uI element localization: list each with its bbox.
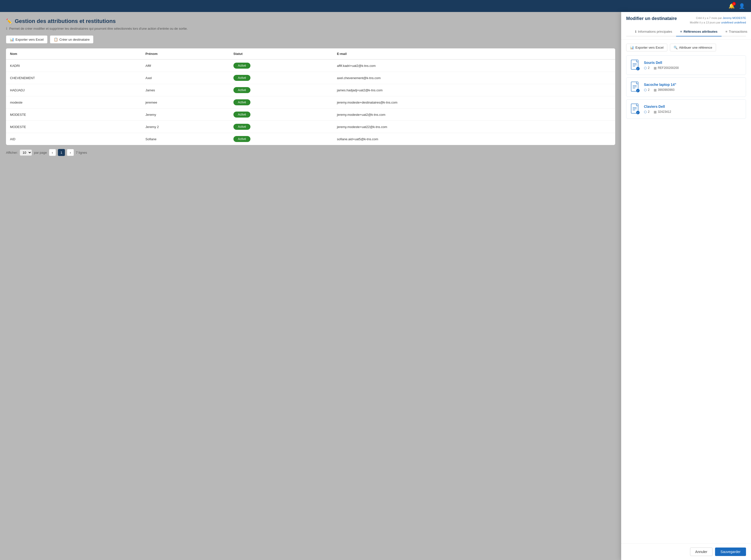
search-icon: 🔍 [674, 46, 678, 49]
cell-prenom: James [142, 84, 230, 96]
page-title-row: ✏️ Gestion des attributions et restituti… [6, 18, 615, 24]
drawer-tabs: ℹ Informations principales ≡ Références … [626, 27, 746, 36]
next-page-button[interactable]: › [67, 149, 74, 156]
table-header-row: Nom Prénom Statut E-mail [6, 48, 615, 59]
status-badge: Activé [234, 87, 251, 93]
cell-email: axel.chevenement@k-tns.com [333, 72, 615, 84]
created-label: Créé il y a 7 mois par [696, 17, 722, 19]
tab-transactions-label: Transactions [729, 30, 747, 34]
modified-by-link[interactable]: undefined undefined [721, 21, 746, 24]
recipients-table: Nom Prénom Statut E-mail KADRI Affif Act… [6, 48, 615, 145]
ref-card-details: ⬡ 2 ▦ REF200200200 [644, 66, 742, 70]
ref-card[interactable]: ✓ Sacoche laptop 14" ⬡ 2 ▦ 3993993993 [626, 77, 746, 97]
modified-label: Modifié il y a 13 jours par [690, 21, 720, 24]
col-statut: Statut [230, 48, 333, 59]
drawer-title-row: Modifier un destinataire Créé il y a 7 m… [626, 16, 746, 25]
tab-references[interactable]: ≡ Références attribuées [676, 27, 721, 36]
cell-prenom: jeremee [142, 96, 230, 108]
drawer-content: 📊 Exporter vers Excel 🔍 Attribuer une ré… [621, 40, 751, 543]
drawer-header: Modifier un destinataire Créé il y a 7 m… [621, 12, 751, 40]
info-icon: ℹ [6, 26, 7, 31]
cell-email: jeremy.modeste+uat22@k-tns.com [333, 121, 615, 133]
save-button[interactable]: Sauvegarder [715, 547, 746, 556]
ref-card-icon: ✓ [630, 59, 640, 71]
cell-nom: MODESTE [6, 121, 142, 133]
drawer-export-excel-button[interactable]: 📊 Exporter vers Excel [626, 44, 667, 52]
ref-card-icon: ✓ [630, 103, 640, 115]
status-badge: Activé [234, 112, 251, 118]
cell-nom: KADRI [6, 59, 142, 72]
ref-code: ▦ 32423412 [654, 110, 671, 114]
assign-reference-button[interactable]: 🔍 Attribuer une référence [670, 44, 716, 52]
drawer-excel-icon: 📊 [630, 46, 634, 49]
create-recipient-button[interactable]: 📋 Créer un destinataire [50, 36, 93, 43]
cell-prenom: Axel [142, 72, 230, 84]
prev-page-button[interactable]: ‹ [49, 149, 56, 156]
per-page-select[interactable]: 10 25 50 [20, 149, 32, 156]
cell-nom: HADJADJ [6, 84, 142, 96]
ref-code: ▦ 3993993993 [654, 88, 675, 92]
drawer-footer: Annuler Sauvegarder [621, 543, 751, 560]
show-label: Afficher: [6, 151, 18, 155]
create-label: Créer un destinataire [59, 38, 90, 41]
cell-prenom: Affif [142, 59, 230, 72]
table-row[interactable]: KADRI Affif Activé affif.kadri+uat2@k-tn… [6, 59, 615, 72]
status-badge: Activé [234, 136, 251, 142]
pagination: Afficher: 10 25 50 par page ‹ 1 › 7 lign… [6, 145, 615, 156]
svg-text:✓: ✓ [637, 112, 639, 114]
ref-card[interactable]: ✓ Claviers Dell ⬡ 2 ▦ 32423412 [626, 99, 746, 119]
export-excel-button[interactable]: 📊 Exporter vers Excel [6, 36, 47, 43]
ref-card-name: Claviers Dell [644, 104, 742, 108]
barcode-icon: ▦ [654, 88, 657, 92]
layers-icon: ⬡ [644, 88, 647, 92]
drawer-export-label: Exporter vers Excel [635, 46, 664, 49]
cell-email: james.hadjadj+uat2@k-tns.com [333, 84, 615, 96]
assign-label: Attribuer une référence [679, 46, 712, 49]
status-badge: Activé [234, 124, 251, 130]
col-email: E-mail [333, 48, 615, 59]
tab-informations[interactable]: ℹ Informations principales [631, 27, 676, 36]
page-subtitle: ℹ Permet de créer modifier et supprimer … [6, 26, 615, 31]
table-row[interactable]: MODESTE Jeremy 2 Activé jeremy.modeste+u… [6, 121, 615, 133]
user-icon[interactable]: 👤 [739, 3, 745, 9]
cell-prenom: Sofiane [142, 133, 230, 145]
cell-nom: MODESTE [6, 108, 142, 121]
references-list: ✓ Souris Dell ⬡ 2 ▦ REF200200200 [626, 55, 746, 119]
cancel-button[interactable]: Annuler [690, 547, 713, 556]
cell-statut: Activé [230, 59, 333, 72]
table-row[interactable]: AID Sofiane Activé sofiane.aid+uat5@k-tn… [6, 133, 615, 145]
table-row[interactable]: HADJADJ James Activé james.hadjadj+uat2@… [6, 84, 615, 96]
cell-email: jeremy.modeste+destinataires@k-tns.com [333, 96, 615, 108]
trans-tab-icon: ≡ [726, 30, 728, 34]
cell-nom: modeste [6, 96, 142, 108]
svg-text:✓: ✓ [637, 89, 639, 92]
cell-prenom: Jeremy 2 [142, 121, 230, 133]
ref-card-info: Souris Dell ⬡ 2 ▦ REF200200200 [644, 61, 742, 70]
layers-icon: ⬡ [644, 110, 647, 114]
notifications-icon[interactable]: 🔔 1 [729, 3, 735, 9]
ref-card-details: ⬡ 2 ▦ 32423412 [644, 110, 742, 114]
cell-statut: Activé [230, 96, 333, 108]
info-tab-icon: ℹ [635, 30, 636, 34]
table-row[interactable]: CHEVENEMENT Axel Activé axel.chevenement… [6, 72, 615, 84]
ref-card[interactable]: ✓ Souris Dell ⬡ 2 ▦ REF200200200 [626, 55, 746, 75]
total-lines: 7 lignes [76, 151, 87, 155]
layers-icon: ⬡ [644, 66, 647, 70]
ref-count: ⬡ 2 [644, 110, 650, 114]
barcode-icon: ▦ [654, 110, 657, 114]
page-1-button[interactable]: 1 [58, 149, 65, 156]
created-by-link[interactable]: Jeremy MODESTE [723, 17, 746, 19]
col-nom: Nom [6, 48, 142, 59]
svg-text:✓: ✓ [637, 68, 639, 70]
export-excel-label: Exporter vers Excel [16, 38, 44, 41]
ref-card-info: Sacoche laptop 14" ⬡ 2 ▦ 3993993993 [644, 83, 742, 92]
table-row[interactable]: modeste jeremee Activé jeremy.modeste+de… [6, 96, 615, 108]
excel-icon: 📊 [10, 37, 14, 41]
ref-card-icon: ✓ [630, 81, 640, 93]
tab-transactions[interactable]: ≡ Transactions [722, 27, 751, 36]
table-row[interactable]: MODESTE Jeremy Activé jeremy.modeste+uat… [6, 108, 615, 121]
topbar: 🔔 1 👤 [0, 0, 751, 12]
drawer-title: Modifier un destinataire [626, 16, 677, 21]
ref-count: ⬡ 2 [644, 88, 650, 92]
status-badge: Activé [234, 99, 251, 105]
